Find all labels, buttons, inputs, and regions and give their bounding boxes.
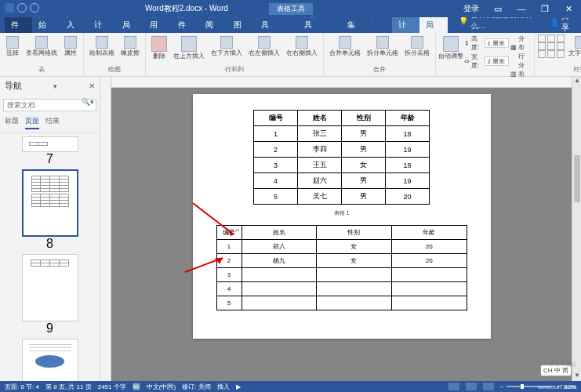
status-language[interactable]: 中文(中国) (147, 383, 176, 391)
insert-right-button[interactable]: 在右侧插入 (284, 34, 320, 58)
data-table-1[interactable]: 编号姓名性别年龄 1张三男18 2李四男19 3王五女18 4赵六男19 5吴七… (253, 110, 430, 205)
align-tl-icon[interactable] (538, 34, 546, 42)
td[interactable]: 女 (317, 240, 392, 254)
distribute-rows-button[interactable]: ▦分布行 (510, 34, 531, 60)
status-macro-icon[interactable]: ▶ (236, 383, 241, 390)
login-link[interactable]: 登录 (463, 3, 479, 14)
scrollbar-thumb[interactable] (574, 155, 580, 202)
view-web-button[interactable] (483, 383, 494, 390)
td[interactable]: 5 (254, 189, 298, 205)
align-bl-icon[interactable] (538, 50, 546, 58)
draw-table-button[interactable]: 绘制表格 (87, 34, 117, 58)
td[interactable]: 男 (342, 126, 386, 142)
thumbnail-page-7[interactable] (22, 136, 78, 152)
td[interactable]: 20 (386, 189, 430, 205)
undo-icon[interactable] (17, 3, 27, 13)
nav-tab-headings[interactable]: 标题 (5, 116, 19, 129)
align-mc-icon[interactable] (547, 42, 555, 50)
td[interactable] (391, 296, 467, 310)
td[interactable]: 张三 (298, 126, 342, 142)
td[interactable]: 1 (254, 126, 298, 142)
merge-cells-button[interactable]: 合并单元格 (327, 34, 363, 58)
td[interactable] (391, 268, 467, 282)
data-table-2[interactable]: 编号↵姓名性别年龄 1郑八女20 2杨九女20 3 4 5 (216, 225, 467, 310)
td[interactable]: 4 (216, 282, 241, 296)
td[interactable]: 杨九 (241, 254, 317, 268)
td[interactable]: 20 (391, 254, 467, 268)
thumbnail-page-9[interactable] (22, 254, 78, 321)
td[interactable]: 男 (342, 173, 386, 189)
save-icon[interactable] (5, 3, 14, 13)
td[interactable] (391, 282, 467, 296)
height-input[interactable]: 1 厘米 (485, 38, 509, 48)
status-word-count[interactable]: 2451 个字 (98, 383, 126, 391)
nav-close-button[interactable]: ✕ (89, 82, 95, 90)
td[interactable]: 1 (216, 240, 241, 254)
align-tr-icon[interactable] (557, 34, 565, 42)
td[interactable]: 18 (386, 126, 430, 142)
nav-dropdown-icon[interactable]: ▾ (53, 82, 57, 90)
view-gridlines-button[interactable]: 查看网格线 (24, 34, 60, 58)
td[interactable]: 18 (386, 158, 430, 173)
th[interactable]: 编号 (254, 111, 298, 126)
td[interactable] (241, 296, 317, 310)
td[interactable] (317, 296, 392, 310)
split-cells-button[interactable]: 拆分单元格 (365, 34, 401, 58)
thumbnail-page-10[interactable] (22, 339, 78, 381)
ribbon-options-icon[interactable]: ▭ (488, 4, 507, 14)
split-table-button[interactable]: 拆分表格 (402, 34, 432, 58)
select-button[interactable]: 选择 (3, 34, 22, 58)
eraser-button[interactable]: 橡皮擦 (118, 34, 142, 58)
th[interactable]: 性别 (342, 111, 386, 126)
search-icon[interactable]: 🔍▾ (82, 98, 94, 106)
th[interactable]: 性别 (317, 226, 392, 240)
redo-icon[interactable] (30, 3, 39, 13)
vertical-ruler[interactable] (100, 77, 111, 381)
td[interactable]: 2 (254, 142, 298, 158)
th[interactable]: 年龄 (391, 226, 467, 240)
td[interactable] (241, 268, 317, 282)
align-tc-icon[interactable] (547, 34, 555, 42)
insert-above-button[interactable]: 在上方插入 (171, 34, 207, 61)
th[interactable]: 姓名 (298, 111, 342, 126)
zoom-out-button[interactable]: − (500, 383, 504, 390)
th[interactable]: 编号 (223, 229, 235, 236)
text-direction-button[interactable]: 文字方向 (566, 34, 581, 58)
td[interactable] (317, 268, 392, 282)
td[interactable]: 3 (254, 158, 298, 173)
nav-tab-results[interactable]: 结果 (45, 116, 60, 129)
td[interactable]: 19 (386, 142, 430, 158)
td[interactable]: 男 (342, 189, 386, 205)
vertical-scrollbar[interactable]: ▲ ▼ (572, 77, 581, 381)
restore-button[interactable]: ❐ (536, 4, 554, 14)
td[interactable]: 王五 (298, 158, 342, 173)
td[interactable]: 3 (216, 268, 241, 282)
td[interactable]: 女 (342, 158, 386, 173)
td[interactable]: 20 (391, 240, 467, 254)
properties-button[interactable]: 属性 (61, 34, 80, 58)
td[interactable] (317, 282, 392, 296)
scroll-up-icon[interactable]: ▲ (572, 77, 581, 86)
td[interactable]: 李四 (298, 142, 342, 158)
status-spell-icon[interactable]: 🔤 (133, 383, 140, 390)
align-bc-icon[interactable] (547, 50, 555, 58)
status-page-of[interactable]: 第 8 页, 共 11 页 (45, 383, 92, 391)
scroll-down-icon[interactable]: ▼ (572, 372, 581, 381)
status-track[interactable]: 修订: 关闭 (182, 383, 210, 391)
td[interactable]: 19 (386, 173, 430, 189)
td[interactable]: 男 (342, 142, 386, 158)
align-mr-icon[interactable] (557, 42, 565, 50)
document-scroll[interactable]: 编号姓名性别年龄 1张三男18 2李四男19 3王五女18 4赵六男19 5吴七… (111, 77, 572, 381)
close-button[interactable]: ✕ (559, 4, 578, 14)
td[interactable]: 4 (254, 173, 298, 189)
align-br-icon[interactable] (557, 50, 565, 58)
td[interactable] (241, 282, 317, 296)
status-insert[interactable]: 插入 (217, 383, 230, 391)
td[interactable]: 女 (317, 254, 392, 268)
minimize-button[interactable]: — (512, 4, 531, 13)
insert-left-button[interactable]: 在左侧插入 (246, 34, 282, 58)
table-caption[interactable]: 表格 1 (216, 209, 467, 217)
width-input[interactable]: 2 厘米 (485, 56, 509, 66)
thumbnail-page-8[interactable] (22, 169, 78, 237)
td[interactable]: 吴七 (298, 189, 342, 205)
